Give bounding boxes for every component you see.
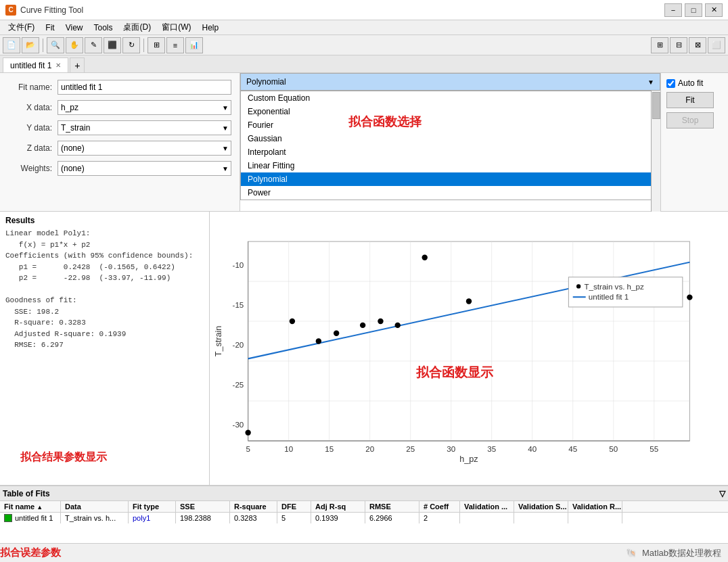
col-data[interactable]: Data <box>61 501 129 512</box>
menu-bar: 文件(F) Fit View Tools 桌面(D) 窗口(W) Help <box>0 20 728 35</box>
toolbar: 📄 📂 🔍 ✋ ✎ ⬛ ↻ ⊞ ≡ 📊 ⊞ ⊟ ⊠ ⬜ <box>0 35 728 55</box>
stop-button[interactable]: Stop <box>666 112 714 128</box>
x-data-select[interactable]: h_pz <box>58 100 231 115</box>
tab-label: untitled fit 1 <box>10 61 51 70</box>
tb-open[interactable]: 📂 <box>22 37 39 53</box>
z-data-select[interactable]: (none) <box>58 141 231 156</box>
cell-sse: 198.2388 <box>176 513 230 523</box>
chart-svg: 5 10 15 20 25 30 35 40 45 50 55 <box>212 214 725 482</box>
close-button[interactable]: ✕ <box>705 3 723 17</box>
tb-brush[interactable]: ⬛ <box>104 37 121 53</box>
svg-text:T_strain vs. h_pz: T_strain vs. h_pz <box>585 283 644 291</box>
svg-text:15: 15 <box>325 445 334 453</box>
cell-fit-name-text: untitled fit 1 <box>15 514 53 522</box>
left-panel: Fit name: X data: h_pz ▼ Y data: T_strai… <box>0 73 240 211</box>
svg-text:35: 35 <box>487 445 496 453</box>
cell-ncoeff: 2 <box>419 513 460 523</box>
fit-option-fourier[interactable]: Fourier <box>241 118 660 132</box>
svg-text:5: 5 <box>246 445 250 453</box>
col-ncoeff[interactable]: # Coeff <box>419 501 460 512</box>
fit-list-scrollbar[interactable] <box>651 91 660 223</box>
tb-data-cursor[interactable]: ✎ <box>85 37 102 53</box>
svg-rect-0 <box>248 241 690 441</box>
fit-option-power[interactable]: Power <box>241 186 660 200</box>
svg-text:25: 25 <box>406 445 415 453</box>
chinese-results-label: 拟合结果参数显示 <box>20 450 107 465</box>
svg-text:45: 45 <box>568 445 577 453</box>
svg-text:untitled fit 1: untitled fit 1 <box>589 293 629 301</box>
svg-point-39 <box>334 330 339 335</box>
tb-rotate[interactable]: ↻ <box>122 37 140 53</box>
col-dfe[interactable]: DFE <box>277 501 311 512</box>
col-rsquare[interactable]: R-square <box>230 501 277 512</box>
tb-layout-single[interactable]: ⬜ <box>708 37 725 53</box>
results-panel: Results Linear model Poly1: f(x) = p1*x … <box>0 212 210 485</box>
col-val1[interactable]: Validation ... <box>460 501 514 512</box>
menu-file[interactable]: 文件(F) <box>3 20 40 34</box>
tb-layout-rows[interactable]: ⊠ <box>689 37 706 53</box>
menu-desktop[interactable]: 桌面(D) <box>118 20 156 34</box>
y-data-select[interactable]: T_strain <box>58 120 231 135</box>
col-sse[interactable]: SSE <box>176 501 230 512</box>
tb-new[interactable]: 📄 <box>3 37 20 53</box>
menu-fit[interactable]: Fit <box>40 22 60 34</box>
menu-tools[interactable]: Tools <box>88 22 118 34</box>
auto-fit-checkbox[interactable] <box>666 79 675 88</box>
cell-fit-name: untitled fit 1 <box>0 513 61 523</box>
weights-wrapper: (none) ▼ <box>58 161 231 176</box>
fit-option-interpolant[interactable]: Interpolant <box>241 145 660 159</box>
fit-option-custom-equation[interactable]: Custom Equation <box>241 91 660 105</box>
weights-label: Weights: <box>8 164 52 173</box>
matlab-logo-icon: 🐚 <box>626 548 637 558</box>
maximize-button[interactable]: □ <box>685 3 702 17</box>
tb-layout-grid[interactable]: ⊞ <box>651 37 668 53</box>
fit-option-exponential[interactable]: Exponential <box>241 105 660 118</box>
fit-type-selected: Polynomial <box>246 77 286 87</box>
table-header-bar: Table of Fits ▽ <box>0 486 728 501</box>
results-title: Results <box>5 216 204 225</box>
svg-point-44 <box>466 298 472 304</box>
fit-option-polynomial[interactable]: Polynomial <box>241 172 660 186</box>
footer-logo: 🐚 Matlab数据处理教程 <box>626 547 721 559</box>
col-fit-type[interactable]: Fit type <box>129 501 176 512</box>
weights-select[interactable]: (none) <box>58 161 231 176</box>
col-adj-rsq[interactable]: Adj R-sq <box>311 501 365 512</box>
main-content: Fit name: X data: h_pz ▼ Y data: T_strai… <box>0 73 728 562</box>
fit-option-gaussian[interactable]: Gaussian <box>241 132 660 145</box>
tb-legend[interactable]: 📊 <box>185 37 203 53</box>
svg-point-42 <box>395 323 401 328</box>
menu-view[interactable]: View <box>60 22 89 34</box>
fit-controls-panel: Auto fit Fit Stop <box>660 73 728 211</box>
fit-button[interactable]: Fit <box>666 92 714 108</box>
tb-zoom-in[interactable]: 🔍 <box>47 37 64 53</box>
cell-adj-rsq: 0.1939 <box>311 513 365 523</box>
tb-layout-cols[interactable]: ⊟ <box>670 37 687 53</box>
tab-add-button[interactable]: + <box>70 57 85 72</box>
col-rmse[interactable]: RMSE <box>365 501 419 512</box>
minimize-button[interactable]: − <box>664 3 682 17</box>
tb-grid2[interactable]: ≡ <box>166 37 184 53</box>
menu-window[interactable]: 窗口(W) <box>156 20 196 34</box>
col-val3[interactable]: Validation R... <box>568 501 622 512</box>
svg-point-45 <box>687 294 692 300</box>
tb-pan[interactable]: ✋ <box>66 37 83 53</box>
svg-text:-20: -20 <box>233 341 244 349</box>
fit-option-linear-fitting[interactable]: Linear Fitting <box>241 159 660 172</box>
table-expand-button[interactable]: ▽ <box>719 489 725 498</box>
fit-name-input[interactable] <box>58 80 231 95</box>
svg-rect-46 <box>568 277 682 307</box>
col-fit-name[interactable]: Fit name ▲ <box>0 501 61 512</box>
svg-text:10: 10 <box>284 445 293 453</box>
fit-type-arrow: ▼ <box>647 78 654 86</box>
menu-help[interactable]: Help <box>196 22 224 34</box>
table-of-fits: Table of Fits ▽ Fit name ▲ Data Fit type… <box>0 486 728 543</box>
tab-close-button[interactable]: ✕ <box>55 62 61 69</box>
table-title: Table of Fits <box>3 489 719 498</box>
col-val2[interactable]: Validation S... <box>514 501 568 512</box>
tab-untitled-fit-1[interactable]: untitled fit 1 ✕ <box>3 57 68 72</box>
fit-type-panel: Polynomial ▼ Custom Equation Exponential… <box>240 73 660 211</box>
footer: 拟合误差参数 🐚 Matlab数据处理教程 <box>0 543 728 562</box>
svg-point-41 <box>378 319 383 324</box>
fit-type-dropdown[interactable]: Polynomial ▼ <box>240 73 660 91</box>
tb-grid1[interactable]: ⊞ <box>147 37 165 53</box>
